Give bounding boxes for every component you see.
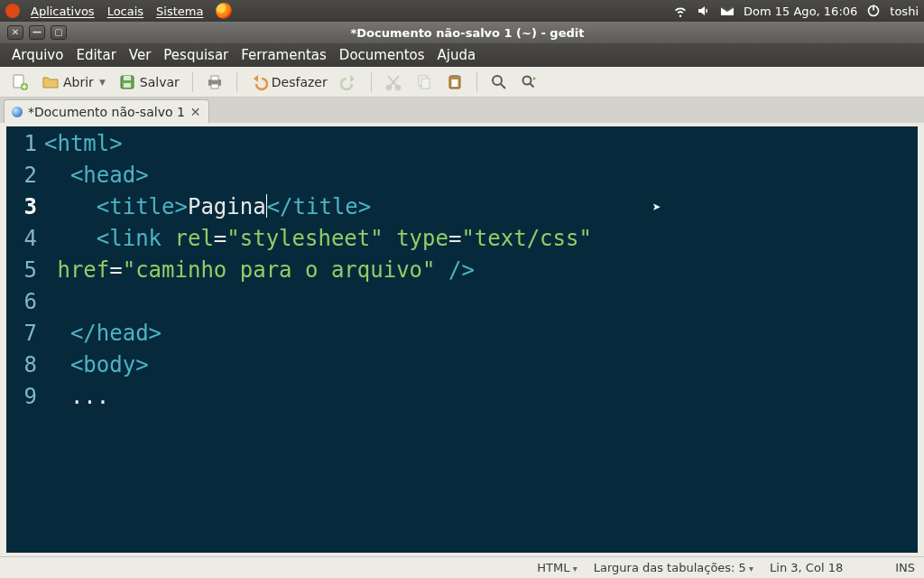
document-tab[interactable]: *Documento não-salvo 1 ✕ <box>4 99 209 123</box>
svg-point-17 <box>493 76 502 85</box>
save-icon <box>118 73 136 91</box>
panel-menu-system[interactable]: Sistema <box>151 5 208 18</box>
menu-edit[interactable]: Editar <box>69 47 122 63</box>
panel-clock[interactable]: Dom 15 Ago, 16:06 <box>744 5 857 18</box>
cut-button[interactable] <box>381 71 406 93</box>
toolbar: Abrir▼ Salvar Desfazer <box>0 67 924 98</box>
svg-rect-15 <box>452 75 457 78</box>
menubar: Arquivo Editar Ver Pesquisar Ferramentas… <box>0 43 924 67</box>
svg-rect-16 <box>451 79 457 87</box>
open-label: Abrir <box>63 75 94 89</box>
new-file-icon <box>11 73 29 91</box>
find-replace-icon <box>521 73 539 91</box>
svg-rect-9 <box>211 84 218 89</box>
search-icon <box>490 73 508 91</box>
svg-point-18 <box>522 76 531 84</box>
window-close-button[interactable]: ✕ <box>7 25 23 40</box>
paste-icon <box>446 73 464 91</box>
code-content[interactable]: <html> <head> <title>Pagina</title> <lin… <box>42 126 918 553</box>
line-number: 1 <box>6 128 37 160</box>
window-minimize-button[interactable]: — <box>29 25 45 40</box>
panel-menu-places[interactable]: Locais <box>102 5 149 18</box>
undo-icon <box>250 73 268 91</box>
status-tabwidth-selector[interactable]: Largura das tabulações: 5 <box>594 561 753 574</box>
html-file-icon <box>12 107 23 117</box>
svg-rect-1 <box>873 5 875 11</box>
firefox-launcher-icon[interactable] <box>216 3 232 19</box>
print-icon <box>206 73 224 91</box>
window-title: *Documento não-salvo 1 (~) - gedit <box>74 26 924 40</box>
copy-icon <box>415 73 433 91</box>
line-number: 7 <box>6 318 37 350</box>
folder-open-icon <box>42 73 60 91</box>
copy-button[interactable] <box>411 71 437 93</box>
ubuntu-logo-icon[interactable] <box>5 4 20 18</box>
mouse-cursor-icon: ➤ <box>652 197 661 218</box>
menu-tools[interactable]: Ferramentas <box>235 47 333 63</box>
save-label: Salvar <box>140 75 180 89</box>
svg-rect-5 <box>124 76 131 80</box>
find-button[interactable] <box>486 71 512 93</box>
line-number: 8 <box>6 350 37 381</box>
line-number: 2 <box>6 160 37 191</box>
toolbar-separator <box>192 72 193 92</box>
undo-label: Desfazer <box>272 75 328 89</box>
window-maximize-button[interactable]: ▢ <box>51 25 67 40</box>
power-icon[interactable] <box>866 4 881 18</box>
tab-label: *Documento não-salvo 1 <box>28 105 185 119</box>
status-language-selector[interactable]: HTML <box>537 561 577 574</box>
svg-rect-6 <box>124 83 131 88</box>
print-button[interactable] <box>202 71 227 93</box>
statusbar: HTML Largura das tabulações: 5 Lin 3, Co… <box>0 556 924 578</box>
cut-icon <box>384 73 402 91</box>
open-button[interactable]: Abrir▼ <box>38 71 109 93</box>
mail-icon[interactable] <box>720 4 735 18</box>
menu-file[interactable]: Arquivo <box>5 47 69 63</box>
sound-icon[interactable] <box>697 4 711 18</box>
line-number: 9 <box>6 381 37 413</box>
status-insert-mode: INS <box>895 561 915 574</box>
window-titlebar[interactable]: ✕ — ▢ *Documento não-salvo 1 (~) - gedit <box>0 22 924 43</box>
svg-rect-13 <box>421 79 430 89</box>
toolbar-separator <box>236 72 237 92</box>
line-number: 4 <box>6 223 37 255</box>
toolbar-separator <box>476 72 477 92</box>
wifi-icon[interactable] <box>673 4 688 18</box>
gnome-top-panel: Aplicativos Locais Sistema Dom 15 Ago, 1… <box>0 0 924 22</box>
line-number: 5 <box>6 255 37 286</box>
menu-search[interactable]: Pesquisar <box>157 47 235 63</box>
panel-menu-apps[interactable]: Aplicativos <box>25 5 100 18</box>
status-cursor-position: Lin 3, Col 18 <box>770 561 843 574</box>
find-replace-button[interactable] <box>517 71 542 93</box>
svg-rect-8 <box>211 76 218 80</box>
document-tabbar: *Documento não-salvo 1 ✕ <box>0 98 924 123</box>
line-number-current: 3 <box>6 191 37 223</box>
gedit-window: ✕ — ▢ *Documento não-salvo 1 (~) - gedit… <box>0 22 924 578</box>
paste-button[interactable] <box>442 71 467 93</box>
menu-help[interactable]: Ajuda <box>431 47 483 63</box>
line-number: 6 <box>6 286 37 318</box>
tab-close-icon[interactable]: ✕ <box>190 105 201 119</box>
menu-documents[interactable]: Documentos <box>333 47 431 63</box>
save-button[interactable]: Salvar <box>115 71 183 93</box>
toolbar-separator <box>371 72 372 92</box>
redo-icon <box>340 73 358 91</box>
redo-button[interactable] <box>337 71 362 93</box>
line-number-gutter: 1 2 3 4 5 6 7 8 9 <box>6 126 42 553</box>
undo-button[interactable]: Desfazer <box>246 71 331 93</box>
new-document-button[interactable] <box>7 71 32 93</box>
code-editor[interactable]: 1 2 3 4 5 6 7 8 9 <html> <head> <title>P… <box>6 126 918 553</box>
menu-view[interactable]: Ver <box>123 47 158 63</box>
panel-user[interactable]: toshi <box>890 5 919 18</box>
